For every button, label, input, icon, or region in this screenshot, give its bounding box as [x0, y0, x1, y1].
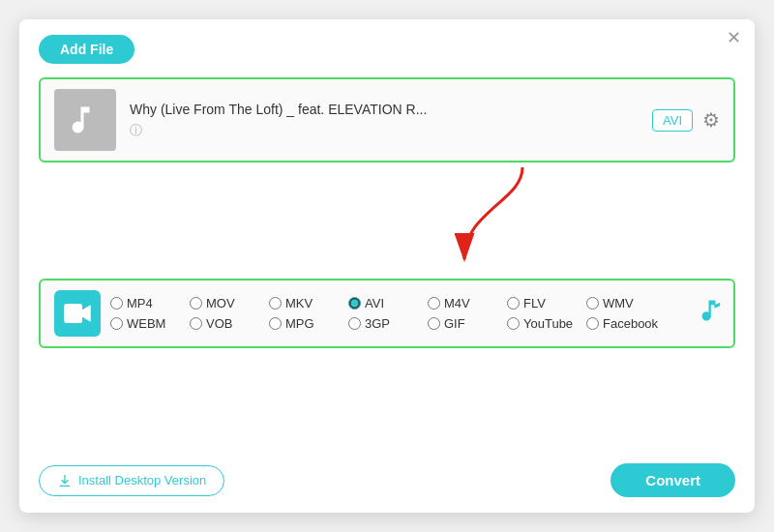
file-actions: AVI ⚙: [652, 108, 720, 132]
format-grid: MP4 MOV MKV AVI M4V FLV WM: [110, 296, 664, 331]
install-button[interactable]: Install Desktop Version: [39, 465, 224, 496]
format-3gp[interactable]: 3GP: [348, 316, 426, 331]
arrow-area: [39, 163, 735, 279]
add-file-button[interactable]: Add File: [39, 35, 134, 64]
format-webm[interactable]: WEBM: [110, 316, 188, 331]
format-vob[interactable]: VOB: [190, 316, 267, 331]
format-mpg[interactable]: MPG: [269, 316, 346, 331]
bottom-bar: Install Desktop Version Convert: [39, 463, 735, 497]
format-wmv[interactable]: WMV: [586, 296, 664, 310]
format-mov[interactable]: MOV: [190, 296, 267, 310]
settings-icon[interactable]: ⚙: [702, 108, 720, 132]
video-icon: [63, 299, 92, 328]
video-icon-box: [54, 290, 101, 337]
format-flv[interactable]: FLV: [507, 296, 584, 310]
file-name: Why (Live From The Loft) _ feat. ELEVATI…: [130, 102, 639, 117]
format-line-2: WEBM VOB MPG 3GP GIF YouTube: [110, 316, 664, 331]
format-row: MP4 MOV MKV AVI M4V FLV WM: [39, 279, 735, 348]
format-line-1: MP4 MOV MKV AVI M4V FLV WM: [110, 296, 664, 310]
file-row: Why (Live From The Loft) _ feat. ELEVATI…: [39, 77, 735, 163]
svg-marker-2: [82, 305, 91, 322]
format-gif[interactable]: GIF: [428, 316, 505, 331]
arrow-svg: [445, 163, 600, 279]
file-thumbnail: [54, 89, 116, 151]
info-icon[interactable]: ⓘ: [130, 123, 142, 137]
close-button[interactable]: ✕: [727, 29, 741, 46]
download-icon: [57, 473, 73, 488]
file-info: Why (Live From The Loft) _ feat. ELEVATI…: [130, 102, 639, 139]
svg-rect-1: [64, 304, 82, 323]
music-note-icon: [68, 103, 103, 137]
format-youtube[interactable]: YouTube: [507, 316, 584, 331]
format-mp4[interactable]: MP4: [110, 296, 188, 310]
main-dialog: ✕ Add File Why (Live From The Loft) _ fe…: [19, 19, 755, 513]
format-facebook[interactable]: Facebook: [586, 316, 664, 331]
convert-button[interactable]: Convert: [610, 463, 735, 497]
format-avi[interactable]: AVI: [348, 296, 426, 310]
format-m4v[interactable]: M4V: [428, 296, 505, 310]
audio-icon[interactable]: [699, 297, 726, 331]
format-badge[interactable]: AVI: [652, 109, 693, 132]
format-mkv[interactable]: MKV: [269, 296, 346, 310]
